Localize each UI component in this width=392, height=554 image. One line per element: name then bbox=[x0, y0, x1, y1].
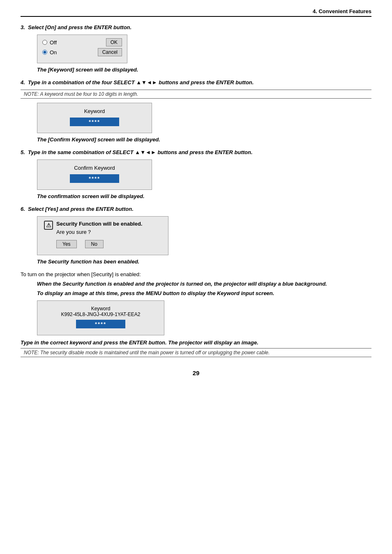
on-option: On bbox=[42, 49, 57, 55]
confirm-line2: Are you sure？ bbox=[56, 229, 142, 236]
confirm-header-row: ⚠ Security Function will be enabled. Are… bbox=[44, 221, 161, 238]
cancel-button[interactable]: Cancel bbox=[98, 48, 122, 56]
step-3-text: Select [On] and press the ENTER button. bbox=[28, 24, 131, 30]
yes-button[interactable]: Yes bbox=[56, 240, 77, 248]
step-4-title: 4. Type in a combination of the four SEL… bbox=[21, 79, 371, 85]
step-6-text: Select [Yes] and press the ENTER button. bbox=[28, 206, 134, 212]
onoff-row-on: On Cancel bbox=[42, 48, 122, 56]
step-4-subtext: The [Confirm Keyword] screen will be dis… bbox=[37, 136, 371, 143]
final-text: Type in the correct keyword and press th… bbox=[21, 339, 371, 346]
confirm-line1-text: Security Function will be enabled. bbox=[56, 221, 142, 227]
step-3-subtext: The [Keyword] screen will be displayed. bbox=[37, 67, 371, 73]
turn-on-para2: To display an image at this time, press … bbox=[37, 290, 371, 296]
step-6: 6. Select [Yes] and press the ENTER butt… bbox=[21, 206, 371, 265]
keyword-input-bar[interactable]: **** bbox=[70, 118, 119, 126]
ok-button[interactable]: OK bbox=[106, 38, 122, 46]
step-5-subtext-value: The confirmation screen will be displaye… bbox=[37, 193, 145, 199]
step-3: 3. Select [On] and press the ENTER butto… bbox=[21, 24, 371, 73]
ks-serial: K992-45L8-JNGJ-4XU9-1YAT-EEA2 bbox=[44, 312, 157, 317]
step-6-subtext: The Security function has been enabled. bbox=[37, 259, 371, 265]
step-4-text: Type in a combination of the four SELECT… bbox=[28, 79, 254, 85]
step-4-subtext-value: The [Confirm Keyword] screen will be dis… bbox=[37, 136, 160, 143]
step-3-number: 3. bbox=[21, 24, 25, 30]
no-button[interactable]: No bbox=[85, 240, 104, 248]
chapter-title: 4. Convenient Features bbox=[313, 8, 371, 14]
confirm-buttons: Yes No bbox=[44, 240, 161, 248]
confirm-keyword-dialog: Confirm Keyword **** bbox=[37, 159, 152, 190]
turn-on-para1: When the Security function is enabled an… bbox=[37, 281, 371, 287]
radio-on-icon[interactable] bbox=[42, 50, 47, 55]
warning-icon: ⚠ bbox=[44, 221, 53, 230]
keyword-serial-dialog: Keyword K992-45L8-JNGJ-4XU9-1YAT-EEA2 **… bbox=[37, 300, 164, 335]
keyword-dialog-title: Keyword bbox=[44, 108, 145, 114]
step-4: 4. Type in a combination of the four SEL… bbox=[21, 79, 371, 143]
step-6-subtext-value: The Security function has been enabled. bbox=[37, 259, 139, 265]
confirm-message: Security Function will be enabled. Are y… bbox=[56, 221, 142, 238]
turn-on-para1-text: When the Security function is enabled an… bbox=[37, 281, 327, 287]
step-5-title: 5. Type in the same combination of SELEC… bbox=[21, 149, 371, 155]
step-5-text: Type in the same combination of SELECT ▲… bbox=[28, 149, 252, 155]
step-3-subtext-value: The [Keyword] screen will be displayed. bbox=[37, 67, 138, 73]
onoff-row-off: Off OK bbox=[42, 38, 122, 46]
off-label: Off bbox=[50, 39, 57, 46]
page-number: 29 bbox=[21, 369, 371, 376]
security-confirm-dialog: ⚠ Security Function will be enabled. Are… bbox=[37, 216, 168, 255]
step-5: 5. Type in the same combination of SELEC… bbox=[21, 149, 371, 199]
step-4-note: NOTE: A keyword must be four to 10 digit… bbox=[21, 90, 371, 99]
ks-title: Keyword bbox=[44, 306, 157, 312]
step-6-number: 6. bbox=[21, 206, 25, 212]
step-5-subtext: The confirmation screen will be displaye… bbox=[37, 193, 371, 199]
radio-off-icon[interactable] bbox=[42, 40, 47, 45]
step-6-title: 6. Select [Yes] and press the ENTER butt… bbox=[21, 206, 371, 212]
confirm-keyword-title: Confirm Keyword bbox=[44, 165, 145, 171]
step-4-number: 4. bbox=[21, 79, 25, 85]
keyword-serial-title: Keyword K992-45L8-JNGJ-4XU9-1YAT-EEA2 bbox=[44, 306, 157, 317]
keyword-dialog: Keyword **** bbox=[37, 103, 152, 133]
step-5-number: 5. bbox=[21, 149, 25, 155]
chapter-header: 4. Convenient Features bbox=[21, 8, 371, 17]
step-3-title: 3. Select [On] and press the ENTER butto… bbox=[21, 24, 371, 30]
confirm-keyword-input[interactable]: **** bbox=[70, 174, 119, 183]
off-option: Off bbox=[42, 39, 57, 46]
ks-input-bar[interactable]: **** bbox=[76, 320, 125, 328]
confirm-line1: Security Function will be enabled. bbox=[56, 221, 142, 227]
final-text-value: Type in the correct keyword and press th… bbox=[21, 339, 258, 346]
turn-on-para2-text: To display an image at this time, press … bbox=[37, 290, 274, 296]
turn-on-intro: To turn on the projector when [Security]… bbox=[21, 271, 371, 277]
bottom-note: NOTE: The security disable mode is maint… bbox=[21, 348, 371, 357]
on-label: On bbox=[50, 49, 57, 55]
onoff-dialog: Off OK On Cancel bbox=[37, 35, 127, 63]
